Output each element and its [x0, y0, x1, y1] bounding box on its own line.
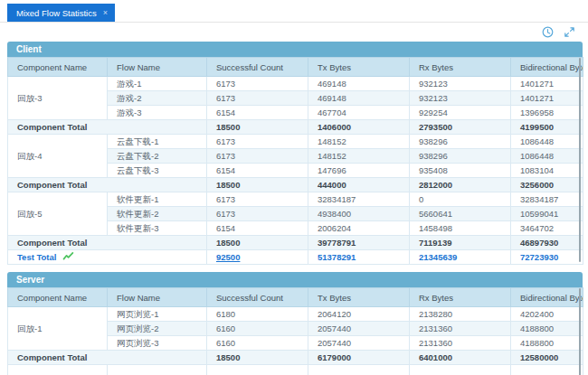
flow-row: 回放-5 软件更新-1 6173 32834187 0 32834187 — [8, 192, 583, 207]
cell-flow-name — [108, 365, 207, 375]
cell-bidirectional-bytes: 1396958 — [511, 106, 583, 120]
cell-bidirectional-bytes: 4188800 — [511, 322, 583, 336]
cell-rx-bytes: 932123 — [410, 77, 511, 91]
cell-successful-count: 92500 — [207, 250, 308, 265]
cell-successful-count: 6173 — [207, 77, 308, 91]
cell-component-name — [8, 365, 108, 375]
test-total-row: Test Total 92500 51378291 21345639 72723… — [8, 250, 583, 265]
cell-component-name: 回放-3 — [8, 77, 108, 120]
cell-successful-count: 6154 — [207, 221, 308, 236]
cell-flow-name: 网页浏览-1 — [108, 307, 207, 322]
cell-tx-bytes: 6179000 — [308, 351, 410, 365]
test-total-label-cell: Test Total — [8, 250, 207, 265]
component-total-label: Component Total — [8, 120, 207, 135]
cell-tx-bytes: 444000 — [308, 178, 410, 192]
cell-successful-count: 18500 — [207, 120, 308, 135]
expand-icon[interactable] — [564, 26, 575, 38]
cell-successful-count: 6160 — [207, 322, 308, 336]
component-total-label: Component Total — [8, 178, 207, 192]
cell-rx-bytes — [410, 365, 511, 375]
flow-row — [8, 365, 583, 375]
col-header-successful-count: Successful Count — [207, 58, 308, 77]
cell-component-name: 回放-4 — [8, 135, 108, 178]
cell-flow-name: 云盘下载-3 — [108, 164, 207, 178]
cell-rx-bytes: 2812000 — [410, 178, 511, 192]
cell-tx-bytes: 467704 — [308, 106, 410, 120]
cell-bidirectional-bytes: 4202400 — [511, 307, 583, 322]
cell-bidirectional-bytes: 1401271 — [511, 77, 583, 91]
cell-successful-count: 6173 — [207, 192, 308, 207]
cell-successful-count: 6173 — [207, 135, 308, 149]
component-total-label: Component Total — [8, 351, 207, 365]
cell-tx-bytes: 4938400 — [308, 207, 410, 221]
cell-flow-name: 软件更新-2 — [108, 207, 207, 221]
col-header-bidirectional-bytes: Bidirectional Bytes — [511, 58, 583, 77]
server-table-header-row: Component Name Flow Name Successful Coun… — [8, 288, 583, 307]
cell-bidirectional-bytes — [511, 365, 583, 375]
cell-component-name: 回放-5 — [8, 192, 108, 236]
component-total-label: Component Total — [8, 236, 207, 250]
cell-bidirectional-bytes: 32834187 — [511, 192, 583, 207]
cell-bidirectional-bytes: 3464702 — [511, 221, 583, 236]
cell-rx-bytes: 1458498 — [410, 221, 511, 236]
tab-label: Mixed Flow Statistics — [16, 8, 97, 18]
cell-rx-bytes: 935408 — [410, 164, 511, 178]
cell-successful-count: 6173 — [207, 91, 308, 106]
cell-tx-bytes: 147696 — [308, 164, 410, 178]
client-table: Component Name Flow Name Successful Coun… — [7, 57, 583, 265]
component-total-row: Component Total 18500 39778791 7119139 4… — [8, 236, 583, 250]
cell-successful-count: 6173 — [207, 207, 308, 221]
chart-icon[interactable] — [62, 251, 74, 261]
cell-tx-bytes: 148152 — [308, 135, 410, 149]
test-total-count-link[interactable]: 92500 — [216, 252, 240, 262]
cell-rx-bytes: 6401000 — [410, 351, 511, 365]
toolbar — [0, 23, 588, 42]
clock-icon[interactable] — [542, 26, 554, 38]
cell-flow-name: 游戏-2 — [108, 91, 207, 106]
col-header-flow-name: Flow Name — [108, 288, 207, 307]
scrollbar[interactable] — [579, 58, 581, 262]
col-header-rx-bytes: Rx Bytes — [410, 288, 511, 307]
cell-rx-bytes: 2131360 — [410, 336, 511, 351]
cell-rx-bytes: 0 — [410, 192, 511, 207]
cell-successful-count: 6154 — [207, 106, 308, 120]
server-section-header: Server — [7, 272, 583, 287]
cell-tx-bytes — [308, 365, 410, 375]
cell-tx-bytes: 469148 — [308, 77, 410, 91]
cell-rx-bytes: 938296 — [410, 135, 511, 149]
cell-successful-count — [207, 365, 308, 375]
client-section: Client Component Name Flow Name Successf… — [7, 42, 583, 265]
col-header-successful-count: Successful Count — [207, 288, 308, 307]
cell-flow-name: 网页浏览-3 — [108, 336, 207, 351]
cell-rx-bytes: 2138280 — [410, 307, 511, 322]
cell-successful-count: 6180 — [207, 307, 308, 322]
cell-rx-bytes: 938296 — [410, 149, 511, 164]
server-table: Component Name Flow Name Successful Coun… — [7, 287, 583, 375]
cell-flow-name: 游戏-3 — [108, 106, 207, 120]
col-header-tx-bytes: Tx Bytes — [308, 288, 410, 307]
cell-tx-bytes: 51378291 — [308, 250, 410, 265]
cell-flow-name: 软件更新-1 — [108, 192, 207, 207]
cell-successful-count: 6173 — [207, 149, 308, 164]
cell-bidirectional-bytes: 3256000 — [511, 178, 583, 192]
cell-tx-bytes: 39778791 — [308, 236, 410, 250]
cell-tx-bytes: 148152 — [308, 149, 410, 164]
col-header-tx-bytes: Tx Bytes — [308, 58, 410, 77]
cell-rx-bytes: 929254 — [410, 106, 511, 120]
cell-bidirectional-bytes: 4199500 — [511, 120, 583, 135]
cell-bidirectional-bytes: 1083104 — [511, 164, 583, 178]
cell-component-name: 回放-1 — [8, 307, 108, 351]
tab-mixed-flow-statistics[interactable]: Mixed Flow Statistics × — [7, 4, 115, 22]
close-icon[interactable]: × — [103, 9, 108, 17]
cell-tx-bytes: 32834187 — [308, 192, 410, 207]
cell-tx-bytes: 2006204 — [308, 221, 410, 236]
cell-rx-bytes: 932123 — [410, 91, 511, 106]
col-header-rx-bytes: Rx Bytes — [410, 58, 511, 77]
cell-flow-name: 云盘下载-2 — [108, 149, 207, 164]
cell-successful-count: 6160 — [207, 336, 308, 351]
scrollbar[interactable] — [579, 288, 581, 375]
test-total-label: Test Total — [17, 252, 56, 262]
client-table-header-row: Component Name Flow Name Successful Coun… — [8, 58, 583, 77]
cell-rx-bytes: 21345639 — [410, 250, 511, 265]
tab-bar: Mixed Flow Statistics × — [0, 0, 588, 23]
